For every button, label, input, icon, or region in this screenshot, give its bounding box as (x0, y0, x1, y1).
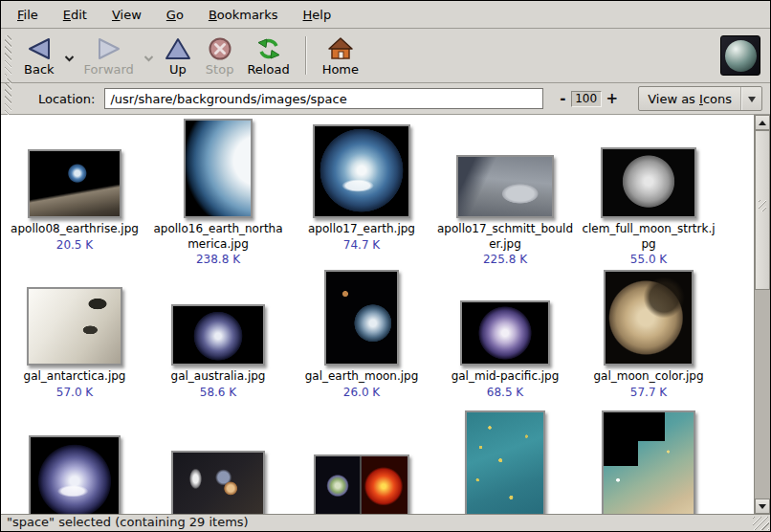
file-size: 26.0 K (305, 385, 419, 399)
file-thumbnail[interactable] (456, 155, 554, 218)
file-thumbnail[interactable] (604, 270, 694, 366)
menu-edit[interactable]: Edit (51, 3, 99, 27)
stop-icon (208, 34, 232, 61)
back-icon (25, 34, 54, 61)
forward-history-dropdown[interactable] (141, 48, 157, 66)
file-item[interactable]: clem_full_moon_strtrk.jpg55.0 K (577, 119, 720, 266)
file-item[interactable] (146, 409, 290, 514)
file-thumbnail[interactable] (184, 119, 253, 218)
file-size: 20.5 K (11, 237, 139, 252)
stop-button[interactable]: Stop (199, 33, 241, 78)
file-thumbnail[interactable] (460, 300, 550, 366)
menu-help[interactable]: Help (291, 3, 344, 27)
menu-file[interactable]: File (5, 3, 51, 27)
file-size: 58.6 K (171, 385, 266, 399)
reload-button[interactable]: Reload (240, 33, 296, 78)
zoom-controls: - 100 + (555, 91, 623, 107)
throbber-globe-icon (725, 40, 757, 72)
forward-button[interactable]: Forward (77, 33, 141, 78)
menu-file-label: File (17, 8, 38, 22)
menu-go[interactable]: Go (154, 3, 196, 27)
menu-bar: File Edit View Go Bookmarks Help (1, 1, 770, 29)
file-name: gal_mid-pacific.jpg (452, 369, 560, 385)
menu-help-label: Help (303, 8, 332, 22)
back-button[interactable]: Back (17, 33, 61, 78)
file-item[interactable]: apollo17_schmitt_boulder.jpg225.8 K (433, 119, 577, 266)
file-item[interactable]: apollo08_earthrise.jpg20.5 K (3, 119, 146, 266)
file-size: 57.0 K (24, 385, 126, 399)
file-thumbnail[interactable] (313, 124, 410, 218)
file-name: apollo17_schmitt_boulder.jpg (437, 222, 574, 252)
file-size: 238.8 K (150, 252, 287, 266)
file-item[interactable]: apollo16_earth_northamerica.jpg238.8 K (146, 119, 290, 266)
up-icon (164, 34, 192, 61)
location-label: Location: (38, 92, 95, 106)
file-item[interactable]: gal_moon_color.jpg57.7 K (577, 266, 720, 399)
file-thumbnail[interactable] (465, 410, 545, 514)
icon-view: apollo08_earthrise.jpg20.5 K apollo16_ea… (1, 115, 770, 514)
status-bar: "space" selected (containing 29 items) (1, 514, 770, 531)
scroll-up-button[interactable] (755, 115, 770, 130)
file-size: 74.7 K (308, 237, 415, 252)
file-thumbnail[interactable] (602, 410, 695, 514)
location-input[interactable] (104, 88, 543, 109)
reload-icon (256, 34, 281, 61)
scroll-down-arrow-icon (759, 504, 766, 513)
file-thumbnail[interactable] (29, 435, 121, 514)
file-size: 57.7 K (593, 385, 703, 399)
back-history-dropdown[interactable] (61, 48, 77, 66)
home-label: Home (322, 62, 359, 77)
file-item[interactable]: gal_australia.jpg58.6 K (146, 266, 290, 399)
file-name: apollo16_earth_northamerica.jpg (150, 222, 287, 252)
file-name: gal_moon_color.jpg (593, 369, 703, 385)
toolbar: Back Forward Up Stop (1, 29, 770, 83)
file-thumbnail[interactable] (601, 147, 696, 218)
file-thumbnail[interactable] (27, 287, 122, 366)
file-name: gal_australia.jpg (171, 369, 266, 385)
back-label: Back (24, 62, 55, 77)
file-item[interactable]: gal_antarctica.jpg57.0 K (3, 266, 146, 399)
file-item[interactable]: gal_mid-pacific.jpg68.5 K (433, 266, 577, 399)
file-name: clem_full_moon_strtrk.jpg (581, 222, 717, 252)
icon-grid: apollo08_earthrise.jpg20.5 K apollo16_ea… (3, 115, 754, 514)
file-thumbnail[interactable] (28, 149, 121, 218)
file-item[interactable] (3, 409, 146, 514)
zoom-in-button[interactable]: + (602, 91, 624, 106)
toolbar-drag-handle[interactable] (5, 35, 11, 76)
home-button[interactable]: Home (316, 33, 365, 78)
location-bar: Location: - 100 + View as Icons (1, 83, 770, 115)
file-thumbnail[interactable] (171, 451, 265, 514)
file-item[interactable]: apollo17_earth.jpg74.7 K (290, 119, 433, 266)
file-item[interactable] (290, 409, 433, 514)
file-thumbnail[interactable] (314, 454, 409, 514)
up-button[interactable]: Up (157, 33, 199, 78)
scroll-down-button[interactable] (755, 499, 770, 514)
menu-bookmarks[interactable]: Bookmarks (196, 3, 291, 27)
file-item[interactable] (577, 409, 720, 514)
file-thumbnail[interactable] (324, 270, 399, 366)
resize-grip[interactable] (753, 517, 769, 530)
location-bar-drag-handle[interactable] (5, 78, 11, 119)
file-size: 225.8 K (437, 252, 574, 266)
menu-view-label: View (112, 8, 142, 22)
menu-edit-label: Edit (63, 8, 87, 22)
scrollbar-thumb[interactable] (755, 130, 770, 290)
forward-icon (95, 34, 123, 61)
file-size: 55.0 K (581, 252, 717, 266)
view-mode-dropdown[interactable]: View as Icons (638, 86, 762, 111)
vertical-scrollbar[interactable] (754, 115, 770, 514)
home-icon (327, 34, 354, 61)
file-item[interactable]: gal_earth_moon.jpg26.0 K (290, 266, 433, 399)
status-text: "space" selected (containing 29 items) (7, 515, 249, 529)
toolbar-separator (305, 36, 307, 75)
throbber (720, 35, 760, 76)
file-thumbnail[interactable] (171, 304, 265, 366)
file-manager-window: File Edit View Go Bookmarks Help Back Fo… (0, 0, 771, 532)
file-item[interactable] (433, 409, 577, 514)
zoom-level: 100 (571, 91, 602, 107)
view-mode-label: View as Icons (639, 92, 740, 106)
menu-view[interactable]: View (99, 3, 154, 27)
zoom-out-button[interactable]: - (555, 91, 570, 106)
file-name: apollo08_earthrise.jpg (11, 222, 139, 237)
file-name: gal_antarctica.jpg (24, 369, 126, 385)
